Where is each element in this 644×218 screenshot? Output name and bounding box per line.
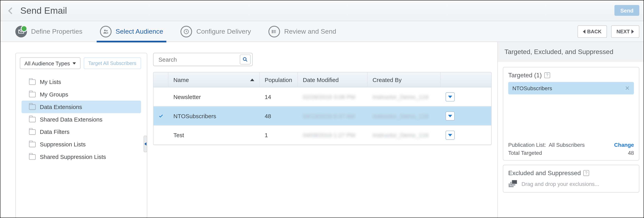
chevron-down-icon — [448, 134, 452, 136]
targeted-card: Targeted (1) ? NTOSubscribers ✕ Publicat… — [503, 67, 639, 160]
folder-icon — [29, 104, 36, 110]
table-row[interactable]: Test104/09/2019 1:27 PMInstructor_Demo_1… — [154, 126, 491, 145]
next-button[interactable]: NEXT — [611, 26, 639, 38]
column-name[interactable]: Name — [168, 72, 260, 87]
sidebar-item-label: Suppression Lists — [40, 141, 86, 148]
cell-created-by: Instructor_Demo_119 — [368, 106, 441, 125]
cell-population: 1 — [260, 126, 298, 144]
cell-name: NTOSubscribers — [168, 106, 260, 125]
change-publication-list-link[interactable]: Change — [614, 142, 634, 148]
wizard-steps: Define Properties Select Audience Config… — [0, 21, 644, 42]
cell-created-by: Instructor_Demo_119 — [368, 87, 441, 106]
row-actions-dropdown[interactable] — [446, 92, 455, 101]
targeted-heading: Targeted (1) — [508, 72, 542, 79]
sidebar-item[interactable]: Suppression Lists — [22, 138, 141, 151]
step-label: Select Audience — [116, 28, 163, 35]
svg-point-9 — [243, 58, 246, 60]
excluded-card: Excluded and Suppressed ? Drag and drop … — [503, 165, 639, 192]
target-all-subscribers-button[interactable]: Target All Subscribers — [84, 57, 141, 69]
table-row[interactable]: NTOSubscribers4804/13/2019 8:47 AMInstru… — [154, 106, 491, 126]
back-button[interactable]: BACK — [578, 26, 607, 38]
chevron-down-icon — [448, 95, 452, 98]
cell-date-modified: 02/26/2019 3:08 PM — [298, 87, 368, 106]
help-icon[interactable]: ? — [544, 72, 550, 78]
envelope-icon — [16, 26, 27, 37]
search-button[interactable] — [240, 54, 250, 64]
caret-down-icon — [72, 62, 76, 64]
check-icon — [158, 113, 164, 119]
search-input[interactable] — [158, 56, 240, 63]
collapse-handle[interactable] — [144, 136, 147, 152]
folder-icon — [29, 117, 36, 122]
chevron-down-icon — [448, 115, 452, 117]
step-configure-delivery[interactable]: Configure Delivery — [180, 21, 251, 42]
step-label: Define Properties — [31, 28, 82, 35]
sidebar-item[interactable]: Data Extensions — [22, 100, 141, 113]
svg-point-7 — [272, 31, 273, 32]
row-actions-dropdown[interactable] — [446, 130, 455, 140]
search-box — [153, 53, 252, 66]
sidebar-item-label: My Lists — [40, 79, 61, 85]
svg-point-8 — [272, 32, 273, 33]
help-icon[interactable]: ? — [583, 170, 589, 176]
send-button[interactable]: Send — [614, 5, 639, 16]
clock-icon — [180, 26, 192, 37]
cell-date-modified: 04/09/2019 1:27 PM — [298, 126, 368, 144]
page-title: Send Email — [20, 5, 67, 16]
step-label: Configure Delivery — [196, 28, 251, 35]
cell-name: Newsletter — [168, 87, 260, 106]
audience-type-dropdown[interactable]: All Audience Types — [20, 57, 80, 69]
audience-sidebar: All Audience Types Target All Subscriber… — [16, 53, 147, 218]
step-define-properties[interactable]: Define Properties — [16, 21, 82, 42]
column-created-by[interactable]: Created By — [368, 72, 441, 87]
sidebar-item-label: My Groups — [40, 91, 68, 98]
sidebar-item-label: Shared Suppression Lists — [40, 153, 106, 160]
column-date-modified[interactable]: Date Modified — [298, 72, 368, 87]
cell-population: 48 — [260, 106, 298, 125]
sidebar-item-label: Data Extensions — [40, 103, 82, 110]
remove-chip-icon[interactable]: ✕ — [625, 85, 630, 91]
folder-icon — [29, 129, 36, 135]
stack-icon — [508, 180, 517, 188]
targeted-chip[interactable]: NTOSubscribers ✕ — [508, 82, 634, 94]
back-chevron-icon[interactable] — [6, 5, 16, 16]
sidebar-item-label: Shared Data Extensions — [40, 116, 102, 123]
column-population[interactable]: Population — [260, 72, 298, 87]
folder-icon — [29, 79, 36, 85]
sidebar-item[interactable]: Shared Data Extensions — [22, 113, 141, 126]
sidebar-item[interactable]: My Lists — [22, 76, 141, 88]
grid-header: Name Population Date Modified Created By — [154, 72, 491, 87]
svg-point-1 — [106, 30, 107, 31]
sidebar-item[interactable]: Shared Suppression Lists — [22, 151, 141, 163]
svg-line-10 — [246, 60, 247, 61]
step-review-and-send[interactable]: Review and Send — [268, 21, 336, 42]
people-icon — [100, 26, 112, 37]
sidebar-item[interactable]: Data Filters — [22, 126, 141, 138]
targeted-panel: Targeted, Excluded, and Suppressed Targe… — [498, 42, 644, 218]
cell-date-modified: 04/13/2019 8:47 AM — [298, 106, 368, 125]
search-icon — [242, 57, 248, 62]
folder-icon — [29, 154, 36, 160]
triangle-right-icon — [632, 30, 634, 34]
title-bar: Send Email Send — [0, 1, 644, 21]
sidebar-item[interactable]: My Groups — [22, 88, 141, 101]
sort-asc-icon — [250, 78, 254, 81]
row-actions-dropdown[interactable] — [446, 111, 455, 121]
svg-point-0 — [104, 29, 106, 31]
sidebar-item-label: Data Filters — [40, 129, 70, 135]
right-panel-header: Targeted, Excluded, and Suppressed — [498, 42, 644, 62]
step-select-audience[interactable]: Select Audience — [100, 21, 163, 42]
table-row[interactable]: Newsletter1402/26/2019 3:08 PMInstructor… — [154, 87, 491, 106]
cell-name: Test — [168, 126, 260, 144]
audience-grid: Name Population Date Modified Created By… — [153, 72, 492, 145]
excluded-heading: Excluded and Suppressed — [508, 169, 581, 176]
svg-point-6 — [272, 30, 273, 31]
audience-list-panel: Name Population Date Modified Created By… — [153, 53, 492, 218]
folder-icon — [29, 92, 36, 97]
cell-population: 14 — [260, 87, 298, 106]
step-label: Review and Send — [284, 28, 336, 35]
folder-icon — [29, 142, 36, 147]
triangle-left-icon — [144, 142, 146, 146]
cell-created-by: Instructor_Demo_119 — [368, 126, 441, 144]
triangle-left-icon — [583, 30, 586, 34]
